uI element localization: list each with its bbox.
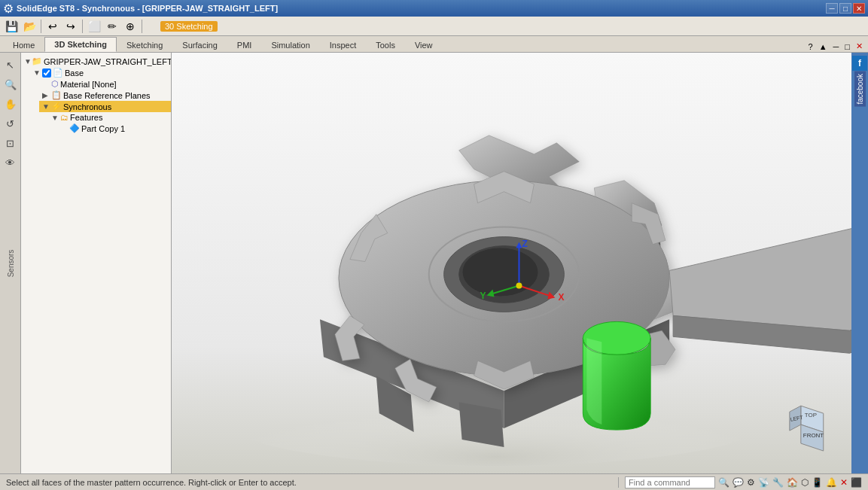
y-axis-label: Y [480, 291, 486, 301]
facebook-label[interactable]: facebook [854, 72, 866, 107]
cube-top-label: TOP [805, 412, 817, 418]
tree-expand-ref[interactable]: ▶ [42, 91, 51, 99]
status-hex-icon[interactable]: ⬡ [801, 477, 809, 488]
tree-material-icon: ⬡ [51, 79, 59, 89]
inner-close-button[interactable]: ✕ [854, 41, 865, 52]
save-icon[interactable]: 💾 [3, 18, 20, 35]
quick-access-toolbar: 💾 📂 ↩ ↪ ⬜ ✏ ⊕ 30 Sketching [0, 17, 868, 36]
tab-inspect[interactable]: Inspect [320, 38, 366, 52]
title-bar: ⚙ SolidEdge ST8 - Synchronous - [GRIPPER… [0, 0, 868, 17]
open-icon[interactable]: 📂 [21, 18, 38, 35]
tree-part-copy[interactable]: 🔷 Part Copy 1 [57, 123, 171, 134]
app-logo-icon: ⚙ [3, 2, 14, 16]
title-bar-left: ⚙ SolidEdge ST8 - Synchronous - [GRIPPER… [3, 2, 278, 16]
viewport-svg: Z X Y TOP L [172, 53, 851, 473]
tree-ref-icon: 📋 [51, 90, 62, 100]
toolbar-separator [41, 20, 41, 33]
sidebar-fit-icon[interactable]: ⊡ [2, 134, 20, 152]
main-layout: ↖ 🔍 ✋ ↺ ⊡ 👁 Sensors ▼ 📁 GRIPPER-JAW_STRA… [0, 53, 868, 473]
toolbar-separator-3 [142, 20, 142, 33]
cube-front-label: FRONT [803, 432, 824, 439]
sidebar-view-icon[interactable]: 👁 [2, 154, 20, 172]
status-alert-icon[interactable]: 🔔 [826, 477, 837, 488]
toolbar-separator-2 [82, 20, 83, 33]
tab-surfacing[interactable]: Surfacing [172, 38, 227, 52]
status-chat-icon[interactable]: 💬 [732, 477, 744, 488]
title-text: SolidEdge ST8 - Synchronous - [GRIPPER-J… [17, 4, 278, 13]
feature-tree: ▼ 📁 GRIPPER-JAW_STRAIGHT_LEFT ▼ 📄 Base ⬡… [21, 53, 172, 473]
tab-3d-sketching[interactable]: 3D Sketching [44, 37, 117, 52]
tree-sync-icon: ⚡ [51, 102, 62, 111]
undo-icon[interactable]: ↩ [44, 18, 61, 35]
maximize-button[interactable]: □ [839, 3, 851, 14]
tab-tools[interactable]: Tools [366, 38, 405, 52]
inner-restore-button[interactable]: □ [842, 41, 852, 52]
view-cube[interactable]: TOP LEFT FRONT [790, 406, 824, 451]
tree-part-icon: 🔷 [69, 123, 80, 133]
tree-sync-label: Synchronous [63, 102, 111, 111]
status-close-icon[interactable]: ✕ [840, 477, 848, 488]
ribbon-help-icon[interactable]: ? [806, 41, 815, 52]
select-icon[interactable]: ⬜ [86, 18, 102, 35]
tree-part-label: Part Copy 1 [81, 124, 125, 133]
title-controls: ─ □ ✕ [826, 3, 865, 14]
close-button[interactable]: ✕ [853, 3, 865, 14]
viewport[interactable]: Z X Y TOP L [172, 53, 851, 473]
minimize-button[interactable]: ─ [826, 3, 838, 14]
tree-expand-sync[interactable]: ▼ [42, 102, 51, 111]
tree-features-label: Features [70, 113, 102, 122]
tree-synchronous[interactable]: ▼ ⚡ Synchronous [39, 101, 171, 112]
status-message: Select all faces of the master pattern o… [6, 478, 612, 487]
tree-expand-base[interactable]: ▼ [33, 68, 42, 77]
status-settings-icon[interactable]: ⚙ [747, 477, 755, 488]
inner-minimize-button[interactable]: ─ [831, 41, 842, 52]
status-mobile-icon[interactable]: 📱 [812, 477, 823, 488]
status-right: 🔍 💬 ⚙ 📡 🔧 🏠 ⬡ 📱 🔔 ✕ ⬛ [625, 476, 862, 488]
green-cylinder-highlight [586, 338, 602, 425]
tree-material-label: Material [None] [60, 80, 117, 89]
tree-base-icon: 📄 [53, 68, 63, 78]
ribbon-expand-icon[interactable]: ▲ [817, 41, 830, 52]
gripper-arm [669, 203, 851, 354]
add-icon[interactable]: ⊕ [122, 18, 139, 35]
find-command-input[interactable] [625, 476, 715, 488]
sidebar-pan-icon[interactable]: ✋ [2, 95, 20, 113]
status-network-icon[interactable]: 📡 [758, 477, 769, 488]
facebook-f-icon[interactable]: f [852, 56, 867, 71]
redo-icon[interactable]: ↪ [62, 18, 79, 35]
tree-ref-planes[interactable]: ▶ 📋 Base Reference Planes [39, 90, 171, 101]
status-search-icon[interactable]: 🔍 [718, 477, 729, 488]
status-bar: Select all faces of the master pattern o… [0, 473, 868, 490]
tree-expand-features[interactable]: ▼ [51, 114, 60, 122]
tree-ref-label: Base Reference Planes [63, 91, 151, 100]
ribbon-right-controls: ? ▲ ─ □ ✕ [806, 41, 868, 52]
tree-expand-root[interactable]: ▼ [24, 57, 32, 65]
tree-base[interactable]: ▼ 📄 Base [30, 67, 171, 78]
tab-sketching[interactable]: Sketching [117, 38, 172, 52]
tree-root-label: GRIPPER-JAW_STRAIGHT_LEFT [44, 57, 172, 66]
sidebar-zoom-icon[interactable]: 🔍 [2, 75, 20, 93]
gripper-arm-body [669, 203, 851, 331]
tree-base-label: Base [65, 68, 84, 78]
tab-simulation[interactable]: Simulation [261, 38, 319, 52]
z-axis-label: Z [522, 239, 527, 249]
origin-dot [516, 282, 522, 288]
tab-home[interactable]: Home [3, 38, 44, 52]
x-axis-label: X [558, 292, 564, 303]
sketch-icon[interactable]: ✏ [104, 18, 120, 35]
tree-base-checkbox[interactable] [42, 68, 51, 78]
tab-pmi[interactable]: PMI [227, 38, 262, 52]
status-home-icon[interactable]: 🏠 [787, 477, 798, 488]
tree-root[interactable]: ▼ 📁 GRIPPER-JAW_STRAIGHT_LEFT [21, 56, 171, 67]
tree-material[interactable]: ⬡ Material [None] [39, 78, 171, 90]
tab-view[interactable]: View [405, 38, 443, 52]
status-tools-icon[interactable]: 🔧 [772, 477, 784, 488]
sidebar-sensors-label: Sensors [6, 249, 14, 277]
tree-features[interactable]: ▼ 🗂 Features [48, 112, 171, 123]
status-box-icon[interactable]: ⬛ [851, 477, 862, 488]
right-social-panel: f facebook [851, 53, 868, 473]
sidebar-select-icon[interactable]: ↖ [2, 56, 20, 74]
active-tool-indicator: 30 Sketching [160, 21, 218, 32]
sidebar-rotate-icon[interactable]: ↺ [2, 114, 20, 132]
ribbon-tabs: Home 3D Sketching Sketching Surfacing PM… [0, 36, 868, 53]
